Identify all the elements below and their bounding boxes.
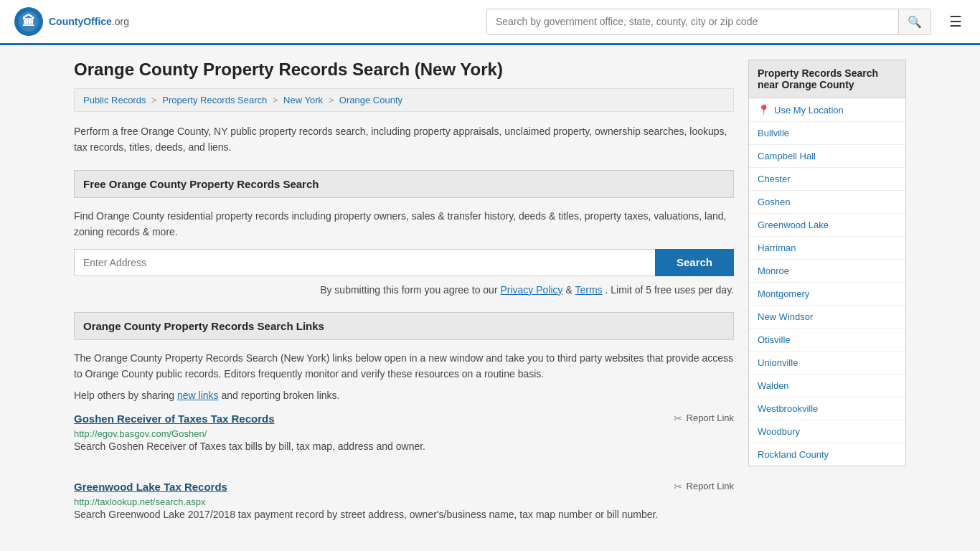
sidebar-location-item[interactable]: Walden [749,375,905,397]
report-link-button-1[interactable]: ✂ Report Link [674,481,734,492]
page-title: Orange County Property Records Search (N… [74,60,734,80]
record-item-header: Goshen Receiver of Taxes Tax Records ✂ R… [74,413,734,425]
sidebar-location-link-6[interactable]: Monroe [758,265,789,276]
breadcrumb-sep-3: > [329,95,336,105]
sidebar-location-item[interactable]: Unionville [749,352,905,375]
sidebar-location-link-13[interactable]: Woodbury [758,426,800,437]
sidebar-location-item[interactable]: Bullville [749,122,905,145]
report-link-label-0: Report Link [687,413,734,423]
terms-text: By submitting this form you agree to our… [74,282,734,298]
sidebar-location-list: BullvilleCampbell HallChesterGoshenGreen… [749,122,905,466]
privacy-policy-link[interactable]: Privacy Policy [500,284,562,296]
links-section: Orange County Property Records Search Li… [74,312,734,534]
sidebar-location-link-12[interactable]: Westbrookville [758,403,818,414]
logo-text: CountyOffice.org [49,16,129,27]
header-search-container: 🔍 [486,9,931,35]
sidebar-location-link-4[interactable]: Greenwood Lake [758,220,829,230]
record-title-1[interactable]: Greenwood Lake Tax Records [74,481,227,493]
address-search-row: Search [74,249,734,276]
sidebar: Property Records Search near Orange Coun… [748,60,906,549]
sidebar-location-link-7[interactable]: Montgomery [758,288,809,299]
record-url-0[interactable]: http://egov.basgov.com/Goshen/ [74,428,207,439]
breadcrumb-sep-1: > [151,95,159,105]
breadcrumb-property-records-search[interactable]: Property Records Search [162,95,267,105]
search-icon: 🔍 [908,16,922,28]
sidebar-location-item[interactable]: Greenwood Lake [749,214,905,237]
report-link-label-1: Report Link [687,481,734,491]
record-desc-0: Search Goshen Receiver of Taxes tax bill… [74,439,734,454]
logo-icon: 🏛 [14,7,43,36]
use-my-location-link[interactable]: Use My Location [774,105,844,116]
sidebar-location-item[interactable]: Otisville [749,329,905,352]
terms-link[interactable]: Terms [575,284,602,296]
sidebar-location-link-5[interactable]: Harriman [758,242,796,253]
sidebar-location-item[interactable]: Rockland County [749,443,905,466]
breadcrumb-sep-2: > [273,95,281,105]
header-search-button[interactable]: 🔍 [898,9,930,34]
links-intro: The Orange County Property Records Searc… [74,350,734,382]
sidebar-location-link-10[interactable]: Unionville [758,357,798,368]
report-icon-1: ✂ [674,481,682,492]
sidebar-heading: Property Records Search near Orange Coun… [748,60,906,98]
sidebar-location-item[interactable]: Harriman [749,237,905,260]
breadcrumb-new-york[interactable]: New York [283,95,323,105]
search-button[interactable]: Search [655,249,734,276]
main-container: Orange County Property Records Search (N… [60,45,920,551]
free-search-body: Find Orange County residential property … [74,208,734,240]
sidebar-use-my-location[interactable]: 📍 Use My Location [749,98,905,122]
record-item-header: Greenwood Lake Tax Records ✂ Report Link [74,481,734,493]
sidebar-location-link-8[interactable]: New Windsor [758,311,813,322]
sidebar-location-item[interactable]: Westbrookville [749,397,905,420]
links-help: Help others by sharing new links and rep… [74,390,734,401]
sidebar-location-item[interactable]: Goshen [749,191,905,214]
links-section-heading: Orange County Property Records Search Li… [74,312,734,340]
sidebar-location-item[interactable]: Montgomery [749,283,905,306]
sidebar-location-item[interactable]: Campbell Hall [749,145,905,168]
hamburger-icon: ☰ [949,14,962,29]
sidebar-location-item[interactable]: Woodbury [749,420,905,443]
sidebar-location-link-9[interactable]: Otisville [758,334,791,345]
sidebar-location-item[interactable]: Monroe [749,260,905,283]
record-item: Goshen Receiver of Taxes Tax Records ✂ R… [74,413,734,466]
sidebar-location-link-2[interactable]: Chester [758,174,791,184]
record-url-1[interactable]: http://taxlookup.net/search.aspx [74,496,206,507]
breadcrumb: Public Records > Property Records Search… [74,88,734,112]
page-description: Perform a free Orange County, NY public … [74,123,734,156]
record-item: Greenwood Lake Tax Records ✂ Report Link… [74,481,734,534]
record-list: Goshen Receiver of Taxes Tax Records ✂ R… [74,413,734,534]
logo[interactable]: 🏛 CountyOffice.org [14,7,129,36]
record-desc-1: Search Greenwood Lake 2017/2018 tax paym… [74,507,734,522]
location-pin-icon: 📍 [758,104,770,116]
address-input[interactable] [74,249,655,276]
sidebar-location-link-3[interactable]: Goshen [758,197,791,207]
new-links-link[interactable]: new links [177,390,219,401]
free-search-section: Free Orange County Property Records Sear… [74,170,734,298]
sidebar-location-link-0[interactable]: Bullville [758,128,789,138]
sidebar-location-link-1[interactable]: Campbell Hall [758,151,816,161]
breadcrumb-public-records[interactable]: Public Records [83,95,146,105]
sidebar-list: 📍 Use My Location BullvilleCampbell Hall… [748,98,906,466]
free-search-heading: Free Orange County Property Records Sear… [74,170,734,198]
record-title-0[interactable]: Goshen Receiver of Taxes Tax Records [74,413,275,425]
hamburger-button[interactable]: ☰ [946,9,966,34]
header: 🏛 CountyOffice.org 🔍 ☰ [0,0,980,45]
content-area: Orange County Property Records Search (N… [74,60,734,549]
sidebar-location-link-11[interactable]: Walden [758,380,789,391]
sidebar-location-link-14[interactable]: Rockland County [758,449,829,460]
header-search-input[interactable] [487,9,898,34]
svg-text:🏛: 🏛 [22,14,35,29]
breadcrumb-orange-county[interactable]: Orange County [339,95,402,105]
report-icon-0: ✂ [674,413,682,424]
limit-text: . Limit of 5 free uses per day. [606,284,735,296]
sidebar-location-item[interactable]: Chester [749,168,905,191]
report-link-button-0[interactable]: ✂ Report Link [674,413,734,424]
sidebar-location-item[interactable]: New Windsor [749,306,905,329]
